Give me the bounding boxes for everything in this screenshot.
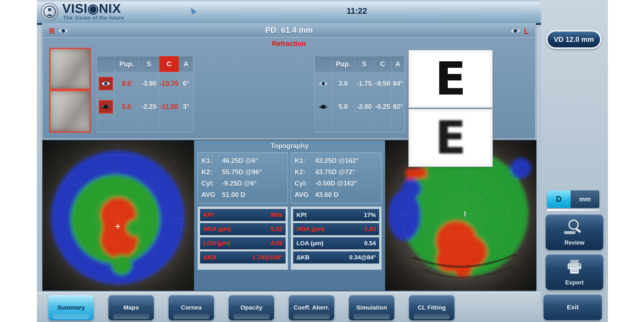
review-button[interactable]: Review <box>546 214 603 250</box>
tab-simulation[interactable]: Simulation <box>349 295 394 320</box>
exit-button[interactable]: Exit <box>544 294 602 320</box>
vd-badge[interactable]: VD 12.0 mm <box>546 30 602 49</box>
os-keratometry-panel: K1:43.25D @162° K2:43.75D @72° Cyl:-0.50… <box>291 153 382 203</box>
cursor-icon <box>188 6 197 14</box>
unit-toggle-underline <box>547 209 599 211</box>
os-indices-panel: KPI17% HOA (µm)1.93 LOA (µm)0.54 ΔKB0.34… <box>291 206 382 270</box>
right-sidebar: VD 12.0 mm D mm Review <box>541 0 608 322</box>
acuity-letter: E <box>435 116 466 159</box>
os-axis-value: 82° <box>392 95 404 118</box>
tab-cl-fitting[interactable]: CL Fitting <box>409 295 454 320</box>
export-label: Export <box>565 279 584 286</box>
os-refraction-table: Pup. S C A 3.0 -1.75 -0.50 84° <box>314 56 405 132</box>
metric-row: ΔKB0.34@84° <box>293 251 379 264</box>
visionix-logo-badge-icon <box>40 2 59 21</box>
col-header-c-alert: C <box>159 56 179 72</box>
od-topography-map[interactable] <box>43 141 194 291</box>
od-cylinder-value: -0.50 <box>374 72 392 95</box>
metric-label: LOA (µm) <box>296 240 324 247</box>
od-k1-value: 46.25D @6° <box>222 157 258 165</box>
col-header-a: A <box>392 56 404 72</box>
tab-summary[interactable]: Summary <box>48 295 94 320</box>
clock: 11:22 <box>333 6 380 16</box>
metric-value: 1.93 <box>364 226 376 233</box>
metric-label: KPI <box>296 212 306 218</box>
unit-toggle: D mm <box>547 190 599 208</box>
table-row <box>97 95 115 118</box>
k1-label: K1: <box>294 157 315 165</box>
col-header-s: S <box>355 56 374 72</box>
magnifier-icon <box>564 218 585 238</box>
os-cylinder-value: -0.25 <box>374 95 392 118</box>
tab-cornea[interactable]: Cornea <box>168 295 214 320</box>
od-pup-value: 3.0 <box>332 72 355 95</box>
od-refraction-table: Pup. S C A 8.0 -3.90 -10.75 6° <box>97 56 194 132</box>
cyl-label: Cyl: <box>294 180 315 187</box>
od-eye-toggle-icon[interactable] <box>58 28 69 35</box>
main-column: VISI◉NIX The Vision of the future 11:22 … <box>37 0 541 322</box>
od-map-overlay <box>43 141 194 291</box>
logo-eye-icon: ◉ <box>87 1 99 16</box>
tab-coeff-aberr[interactable]: Coeff. Aberr. <box>289 295 334 320</box>
metric-label: HOA (µm) <box>203 226 231 233</box>
od-axis-value: 84° <box>392 72 404 95</box>
col-header-pup: Pup. <box>115 56 139 72</box>
metric-value: 5.52 <box>271 226 282 233</box>
topography-center: Topography K1:46.25D @6° K2:55.75D @96° … <box>194 141 385 291</box>
refraction-title: Refraction <box>43 40 535 48</box>
cyl-label: Cyl: <box>201 180 222 187</box>
unit-option-mm[interactable]: mm <box>570 190 599 208</box>
od-k2-value: 55.75D @96° <box>222 168 262 176</box>
os-k1-value: 43.25D @162° <box>315 157 359 165</box>
os-eye-icon[interactable] <box>99 100 113 113</box>
os-k2-value: 43.75D @72° <box>315 168 355 176</box>
od-photo-thumbnail[interactable] <box>49 48 91 90</box>
os-eye-icon[interactable] <box>318 104 328 110</box>
tab-opacity[interactable]: Opacity <box>228 295 274 320</box>
metric-row: LOA (µm)4.08 <box>200 237 286 249</box>
metric-label: LOA (µm) <box>203 240 230 247</box>
table-row <box>97 72 115 95</box>
os-sphere-value: -2.00 <box>355 95 374 118</box>
metric-row: LOA (µm)0.54 <box>293 237 379 249</box>
od-keratometry-panel: K1:46.25D @6° K2:55.75D @96° Cyl:-9.25D … <box>198 153 288 203</box>
k2-label: K2: <box>294 168 315 176</box>
unit-option-d[interactable]: D <box>547 190 570 208</box>
metric-row: KPI17% <box>293 209 379 221</box>
table-row <box>315 95 332 118</box>
od-eye-icon[interactable] <box>318 81 328 87</box>
os-corner: L <box>510 27 529 36</box>
metric-value: 4.08 <box>271 240 282 247</box>
acuity-letter: E <box>435 57 466 100</box>
metric-value: 98% <box>270 212 282 218</box>
od-corner: R <box>49 27 69 36</box>
review-label: Review <box>564 239 584 246</box>
metric-value: 17% <box>364 212 376 218</box>
col-header-a: A <box>179 56 193 72</box>
metric-row: ΔKB1.74@168° <box>200 251 286 264</box>
metric-label: HOA (µm) <box>296 226 324 233</box>
metric-label: ΔKB <box>296 254 310 261</box>
export-button[interactable]: Export <box>546 254 603 290</box>
avg-label: AVG <box>201 191 222 199</box>
app-header: VISI◉NIX The Vision of the future 11:22 <box>37 2 541 25</box>
col-header-pup: Pup. <box>332 56 355 72</box>
tab-maps[interactable]: Maps <box>108 295 154 320</box>
screen: VISI◉NIX The Vision of the future 11:22 … <box>0 0 644 322</box>
acuity-chart-blurred: E <box>409 109 492 166</box>
od-eye-icon[interactable] <box>99 77 113 90</box>
os-cyl-value: -0.50D @162° <box>315 180 357 187</box>
polar-grid <box>47 148 189 289</box>
od-cyl-value: -9.25D @6° <box>222 180 257 187</box>
od-indices-panel: KPI98% HOA (µm)5.52 LOA (µm)4.08 ΔKB1.74… <box>198 206 288 270</box>
logo-text: VISI◉NIX <box>62 1 121 16</box>
printer-icon <box>564 258 585 278</box>
apex-marker <box>464 211 466 216</box>
od-sphere-value: -1.75 <box>355 72 374 95</box>
os-photo-thumbnail[interactable] <box>49 90 91 133</box>
acuity-chart-sharp: E <box>409 50 492 107</box>
os-sphere-value: -2.25 <box>139 95 159 118</box>
os-marker: L <box>524 27 529 36</box>
os-eye-toggle-icon[interactable] <box>510 28 521 35</box>
metric-row: HOA (µm)5.52 <box>200 223 286 235</box>
